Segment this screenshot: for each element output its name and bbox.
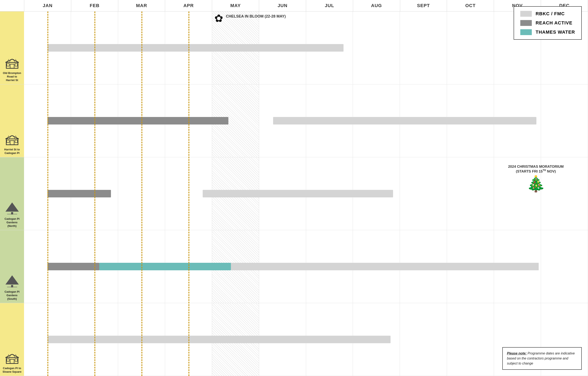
grid-cell-r0-m2 [118,11,165,84]
svg-marker-21 [5,275,19,284]
grid-cell-r3-m10 [494,230,541,303]
grid-cell-r0-m9 [447,11,494,84]
month-header-apr: APR [165,0,212,11]
body-container: Old BromptonRoad toHarriet St Harriet St… [0,11,588,376]
header-row: JANFEBMARAPRMAYJUNJULAUGSEPTOCTNOVDEC [0,0,588,11]
grid-cell-r0-m6 [306,11,353,84]
christmas-text: 2024 CHRISTMAS MORATORIUM(STARTS FRI 15T… [508,165,564,174]
svg-rect-24 [6,358,18,364]
header-label-spacer [0,0,24,11]
grid-row-0 [24,11,588,84]
svg-line-27 [9,354,11,358]
grid-cell-r1-m2 [118,84,165,157]
month-header-jul: JUL [306,0,353,11]
note-bold: Please note: [507,352,526,355]
legend-item-2: THAMES WATER [520,29,575,35]
chelsea-text: CHELSEA IN BLOOM (22-28 MAY) [226,14,286,19]
legend-label-0: RBKC / FMC [536,11,565,17]
svg-marker-17 [5,202,19,212]
tree-icon-3 [3,271,21,290]
christmas-annotation: 2024 CHRISTMAS MORATORIUM(STARTS FRI 15T… [508,165,564,193]
grid-cell-r1-m5 [259,84,306,157]
row-label-text-1: Harriet St toCadogan Pl [3,147,21,156]
grid-cell-r4-m1 [71,303,118,376]
legend-color-1 [520,20,532,26]
row-label-text-2: Cadogan PlGardens(North) [4,217,21,228]
grid-cell-r4-m9 [447,303,494,376]
row-label-row-5: Cadogan Pl toSloane Square [0,303,24,376]
svg-rect-15 [15,140,17,143]
legend-item-0: RBKC / FMC [520,11,575,17]
svg-rect-7 [15,64,17,66]
grid-cell-r2-m3 [165,157,212,230]
grid-cell-r2-m5 [259,157,306,230]
grid-cell-r3-m3 [165,230,212,303]
month-header-feb: FEB [71,0,118,11]
month-headers: JANFEBMARAPRMAYJUNJULAUGSEPTOCTNOVDEC [24,0,588,11]
grid-cell-r4-m5 [259,303,306,376]
legend-box: RBKC / FMCREACH ACTIVETHAMES WATER [514,6,582,40]
month-header-jun: JUN [259,0,306,11]
shop-icon-4 [3,347,21,366]
svg-rect-14 [7,140,9,143]
grid-cell-r1-m0 [24,84,71,157]
chart-container: JANFEBMARAPRMAYJUNJULAUGSEPTOCTNOVDEC Ol… [0,0,588,376]
svg-rect-0 [6,63,18,68]
svg-line-12 [13,136,15,139]
grid-cell-r1-m10 [494,84,541,157]
svg-rect-31 [15,359,17,361]
shop-icon-1 [3,129,21,147]
svg-rect-30 [7,359,9,361]
row-label-text-0: Old BromptonRoad toHarriet St [2,71,22,83]
grid-cell-r2-m7 [353,157,400,230]
row-labels: Old BromptonRoad toHarriet St Harriet St… [0,11,24,376]
row-label-row-4: Cadogan PlGardens(South) [0,230,24,303]
grid-cell-r1-m1 [71,84,118,157]
flower-icon: ✿ [214,13,223,24]
grid-cell-r0-m0 [24,11,71,84]
grid-cell-r2-m2 [118,157,165,230]
grid-cell-r3-m4 [212,230,259,303]
grid-cell-r3-m1 [71,230,118,303]
grid-cell-r1-m9 [447,84,494,157]
grid-cell-r1-m6 [306,84,353,157]
grid-cell-r4-m3 [165,303,212,376]
grid-cell-r0-m3 [165,11,212,84]
row-label-text-4: Cadogan Pl toSloane Square [2,366,22,374]
svg-rect-8 [6,139,18,145]
grid-cell-r3-m0 [24,230,71,303]
svg-rect-25 [10,359,14,364]
grid-cell-r4-m7 [353,303,400,376]
month-header-aug: AUG [353,0,400,11]
grid-cell-r2-m6 [306,157,353,230]
grid-row-2 [24,157,588,230]
grid-cell-r1-m3 [165,84,212,157]
grid-cell-r1-m11 [541,84,588,157]
month-header-mar: MAR [118,0,165,11]
grid-cell-r2-m1 [71,157,118,230]
month-header-oct: OCT [447,0,494,11]
note-text: Please note: Programme dates are indicat… [507,351,577,366]
svg-rect-1 [10,64,14,68]
grid-cell-r4-m0 [24,303,71,376]
grid-cell-r2-m8 [400,157,447,230]
row-label-text-3: Cadogan PlGardens(South) [4,290,21,301]
tree-icon-2 [3,198,21,217]
svg-line-28 [13,354,15,358]
grid-cell-r4-m8 [400,303,447,376]
svg-line-3 [9,59,11,63]
svg-line-4 [13,59,15,63]
grid-cell-r1-m4 [212,84,259,157]
legend-label-2: THAMES WATER [536,30,575,35]
chelsea-annotation: ✿ CHELSEA IN BLOOM (22-28 MAY) [214,13,286,24]
grid-cell-r4-m4 [212,303,259,376]
grid-cell-r3-m2 [118,230,165,303]
grid-cell-r3-m6 [306,230,353,303]
note-box: Please note: Programme dates are indicat… [502,347,582,370]
month-header-jan: JAN [24,0,71,11]
legend-color-2 [520,29,532,35]
grid-area: ✿ CHELSEA IN BLOOM (22-28 MAY) 2024 CHRI… [24,11,588,376]
legend-label-1: REACH ACTIVE [536,20,572,26]
row-label-row-1: Old BromptonRoad toHarriet St [0,11,24,84]
svg-rect-9 [10,141,14,145]
